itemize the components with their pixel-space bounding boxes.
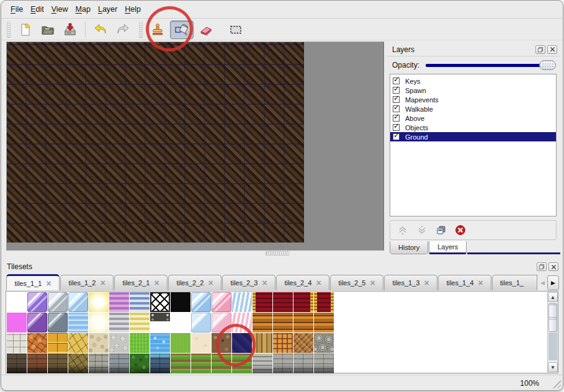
tab-scroll-right-button[interactable]: ▶ bbox=[547, 275, 559, 290]
tile-stripes-violet[interactable] bbox=[109, 292, 129, 312]
layer-row-objects[interactable]: ✓Objects bbox=[390, 123, 556, 132]
tileset-tab-tiles_1_4[interactable]: tiles_1_4× bbox=[438, 275, 491, 290]
menu-edit[interactable]: Edit bbox=[27, 3, 48, 16]
tile-banner-left[interactable] bbox=[253, 292, 272, 312]
tile-basketweave[interactable] bbox=[273, 333, 293, 353]
redo-button[interactable] bbox=[113, 20, 133, 39]
open-button[interactable] bbox=[38, 20, 58, 39]
layer-visibility-checkbox[interactable]: ✓ bbox=[393, 105, 400, 112]
map-viewport[interactable] bbox=[6, 42, 384, 251]
tileset-tab-tiles_2_2[interactable]: tiles_2_2× bbox=[168, 275, 222, 290]
layer-row-ground[interactable]: ✓Ground bbox=[390, 132, 556, 141]
tile-wall-gray[interactable] bbox=[109, 354, 129, 373]
map-canvas[interactable] bbox=[7, 42, 304, 243]
tile-cobble-orange[interactable] bbox=[27, 333, 47, 353]
toolbar-grip[interactable] bbox=[7, 22, 11, 38]
eraser-tool-button[interactable] bbox=[196, 20, 216, 39]
menu-layer[interactable]: Layer bbox=[94, 3, 121, 16]
tile-glass-darkpurple[interactable] bbox=[27, 313, 47, 332]
layer-visibility-checkbox[interactable]: ✓ bbox=[393, 87, 400, 94]
menu-file[interactable]: File bbox=[7, 3, 27, 16]
tile-hedge[interactable] bbox=[130, 354, 150, 373]
opacity-slider-handle[interactable] bbox=[539, 60, 556, 70]
tile-wall-dark[interactable] bbox=[7, 354, 27, 373]
tile-banner[interactable] bbox=[273, 292, 293, 312]
tile-sand[interactable] bbox=[191, 333, 211, 353]
tile-stripes-blue[interactable] bbox=[130, 292, 150, 312]
tile-glow-pale[interactable] bbox=[89, 313, 109, 332]
tile-glow-yellow[interactable] bbox=[89, 292, 109, 312]
tab-close-icon[interactable]: × bbox=[208, 280, 213, 286]
layer-visibility-checkbox[interactable]: ✓ bbox=[393, 124, 400, 131]
layer-row-walkable[interactable]: ✓Walkable bbox=[390, 104, 556, 114]
tile-banner-both[interactable] bbox=[314, 292, 334, 312]
layer-row-above[interactable]: ✓Above bbox=[390, 114, 556, 123]
tab-layers[interactable]: Layers bbox=[429, 241, 467, 254]
new-file-button[interactable] bbox=[16, 20, 35, 39]
tile-magenta[interactable] bbox=[7, 313, 27, 332]
tile-glass-purple[interactable] bbox=[27, 292, 47, 312]
scrollbar-track[interactable] bbox=[548, 332, 557, 360]
tile-banner-right[interactable] bbox=[293, 292, 313, 312]
tab-close-icon[interactable]: × bbox=[424, 280, 429, 286]
scrollbar-thumb[interactable] bbox=[548, 303, 557, 332]
tile-drape-blue[interactable] bbox=[232, 292, 252, 312]
tile-drape-pink[interactable] bbox=[232, 313, 252, 332]
duplicate-layer-button[interactable] bbox=[435, 224, 447, 236]
tile-logs[interactable] bbox=[314, 333, 334, 353]
delete-layer-button[interactable] bbox=[454, 224, 467, 236]
tile-brick-gray[interactable] bbox=[314, 354, 334, 373]
scroll-down-button[interactable]: ▼ bbox=[548, 362, 558, 372]
tile-wood-stripes[interactable] bbox=[273, 313, 293, 332]
layer-visibility-checkbox[interactable]: ✓ bbox=[393, 96, 400, 103]
layer-visibility-checkbox[interactable]: ✓ bbox=[393, 115, 400, 122]
splitter-handle[interactable] bbox=[266, 251, 289, 256]
tile-glass-gray[interactable] bbox=[48, 292, 68, 312]
menu-map[interactable]: Map bbox=[72, 3, 94, 16]
tile-water-blue[interactable] bbox=[150, 333, 170, 353]
tile-brick-gray[interactable] bbox=[273, 354, 293, 373]
raise-layer-button[interactable] bbox=[396, 224, 409, 236]
toolbar-grip-2[interactable] bbox=[139, 22, 143, 38]
float-tilesets-icon[interactable] bbox=[537, 262, 547, 271]
tileset-tab-tiles_1[interactable]: tiles_1_ bbox=[492, 275, 537, 290]
tile-black[interactable] bbox=[171, 292, 190, 312]
tile-plank-gray[interactable] bbox=[253, 354, 272, 373]
tile-flagstone[interactable] bbox=[68, 333, 88, 353]
float-panel-icon[interactable] bbox=[535, 45, 545, 54]
tileset-tab-tiles_2_5[interactable]: tiles_2_5× bbox=[330, 275, 383, 290]
tile-empty[interactable] bbox=[171, 313, 190, 332]
tile-lattice[interactable] bbox=[150, 292, 170, 312]
tile-glass-palepink[interactable] bbox=[212, 313, 231, 332]
rect-select-tool-button[interactable] bbox=[226, 20, 246, 39]
close-tilesets-icon[interactable] bbox=[548, 262, 558, 271]
fill-bucket-tool-button[interactable] bbox=[170, 20, 194, 39]
tile-grass-green[interactable] bbox=[171, 333, 190, 353]
layer-row-mapevents[interactable]: ✓Mapevents bbox=[390, 95, 556, 104]
tile-grass-rows[interactable] bbox=[212, 354, 231, 373]
tile-grass-bright[interactable] bbox=[130, 333, 150, 353]
close-panel-icon[interactable] bbox=[547, 45, 557, 54]
undo-button[interactable] bbox=[91, 20, 110, 39]
layer-visibility-checkbox[interactable]: ✓ bbox=[393, 78, 400, 84]
palette-scrollbar[interactable]: ▲ ▼ bbox=[547, 292, 558, 373]
tile-glass-blue[interactable] bbox=[68, 292, 88, 312]
tile-grass-rows[interactable] bbox=[232, 354, 252, 373]
tab-close-icon[interactable]: × bbox=[46, 280, 51, 287]
tile-planks[interactable] bbox=[253, 333, 272, 353]
tileset-tab-tiles_1_3[interactable]: tiles_1_3× bbox=[384, 275, 437, 290]
tile-stones-gray[interactable] bbox=[109, 333, 129, 353]
tile-wood-stripes[interactable] bbox=[293, 313, 313, 332]
tileset-tab-tiles_1_1[interactable]: tiles_1_1× bbox=[6, 274, 60, 290]
tile-glass-lightblue[interactable] bbox=[191, 292, 211, 312]
save-button[interactable] bbox=[60, 20, 80, 39]
tile-navy-dark[interactable] bbox=[232, 333, 252, 353]
tile-water-wavy[interactable] bbox=[68, 313, 88, 332]
tab-history[interactable]: History bbox=[390, 241, 428, 254]
layer-visibility-checkbox[interactable]: ✓ bbox=[393, 133, 400, 140]
tile-stripes-yellow[interactable] bbox=[130, 313, 150, 332]
tileset-tab-tiles_1_2[interactable]: tiles_1_2× bbox=[60, 275, 114, 290]
tile-glass-paleblue[interactable] bbox=[191, 313, 211, 332]
tile-pebbles[interactable] bbox=[89, 333, 109, 353]
tile-glass-darkgray[interactable] bbox=[48, 313, 68, 332]
